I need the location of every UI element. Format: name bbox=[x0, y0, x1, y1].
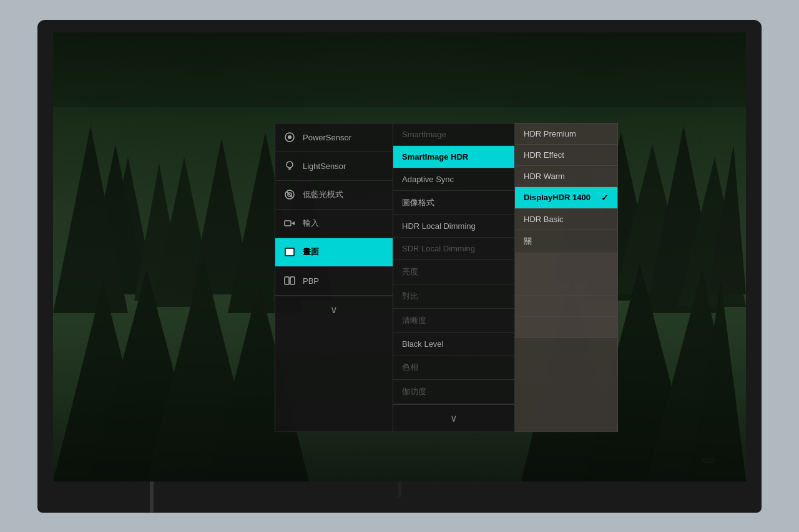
middle-smartimage-label: SmartImage bbox=[402, 130, 446, 139]
right-item-hdr-effect[interactable]: HDR Effect bbox=[515, 145, 617, 166]
svg-rect-26 bbox=[288, 168, 291, 170]
sidebar-item-picture[interactable]: 畫面 bbox=[275, 238, 393, 267]
right-item-empty2 bbox=[515, 274, 617, 296]
input-icon bbox=[283, 216, 297, 230]
right-hdr-effect-label: HDR Effect bbox=[524, 150, 564, 160]
middle-color-label: 色相 bbox=[402, 362, 418, 373]
monitor-feet-base bbox=[343, 497, 456, 506]
menu-middle-footer[interactable]: ∨ bbox=[393, 404, 514, 432]
middle-adaptive-sync-label: Adaptive Sync bbox=[402, 175, 454, 184]
svg-point-24 bbox=[288, 135, 292, 139]
menu-right-panel: HDR Premium HDR Effect HDR Warm DisplayH… bbox=[515, 123, 618, 432]
middle-brightness-label: 亮度 bbox=[402, 266, 418, 278]
checkmark-icon: ✓ bbox=[601, 193, 609, 203]
right-item-empty3 bbox=[515, 296, 617, 317]
right-item-displayhdr-1400[interactable]: DisplayHDR 1400 ✓ bbox=[515, 187, 617, 209]
chevron-down-icon-left: ∨ bbox=[330, 304, 338, 316]
middle-item-smartimage[interactable]: SmartImage bbox=[393, 123, 514, 146]
monitor-body: PowerSensor LightSensor bbox=[37, 20, 762, 513]
sidebar-item-pbp[interactable]: PBP bbox=[275, 267, 393, 296]
middle-smartimage-hdr-label: SmartImage HDR bbox=[402, 152, 468, 162]
middle-item-hdr-local-dimming[interactable]: HDR Local Dimming bbox=[393, 215, 514, 238]
right-displayhdr-1400-label: DisplayHDR 1400 bbox=[524, 193, 591, 202]
sidebar-item-pbp-label: PBP bbox=[303, 276, 319, 286]
right-item-empty4 bbox=[515, 317, 617, 338]
svg-point-25 bbox=[287, 162, 293, 168]
menu-middle-panel: SmartImage SmartImage HDR Adaptive Sync … bbox=[393, 123, 515, 432]
middle-contrast-label: 對比 bbox=[402, 291, 418, 302]
right-hdr-premium-label: HDR Premium bbox=[524, 129, 576, 138]
menu-left-panel: PowerSensor LightSensor bbox=[275, 123, 393, 432]
middle-image-format-label: 圖像格式 bbox=[402, 197, 434, 208]
svg-rect-34 bbox=[290, 277, 295, 284]
middle-item-brightness[interactable]: 亮度 bbox=[393, 260, 514, 284]
right-item-hdr-warm[interactable]: HDR Warm bbox=[515, 166, 617, 187]
right-item-empty1 bbox=[515, 253, 617, 274]
sidebar-item-low-blue-label: 低藍光模式 bbox=[303, 189, 343, 200]
svg-marker-31 bbox=[292, 221, 295, 225]
middle-hdr-local-dimming-label: HDR Local Dimming bbox=[402, 221, 476, 231]
monitor-screen: PowerSensor LightSensor bbox=[53, 32, 746, 481]
sidebar-item-input-label: 輸入 bbox=[303, 218, 319, 229]
menu-left-footer[interactable]: ∨ bbox=[275, 296, 393, 323]
middle-black-level-label: Black Level bbox=[402, 339, 443, 349]
picture-icon bbox=[283, 245, 297, 259]
chevron-down-icon-middle: ∨ bbox=[450, 412, 458, 424]
sidebar-item-light-sensor-label: LightSensor bbox=[303, 162, 346, 171]
middle-gamma-label: 伽叻度 bbox=[402, 386, 426, 397]
svg-rect-32 bbox=[285, 248, 294, 256]
right-off-label: 關 bbox=[524, 236, 532, 247]
middle-item-contrast[interactable]: 對比 bbox=[393, 284, 514, 309]
middle-item-sharpness[interactable]: 清晰度 bbox=[393, 309, 514, 333]
middle-item-black-level[interactable]: Black Level bbox=[393, 333, 514, 355]
svg-rect-22 bbox=[53, 32, 746, 107]
middle-item-smartimage-hdr[interactable]: SmartImage HDR bbox=[393, 146, 514, 168]
svg-rect-33 bbox=[285, 277, 289, 284]
lightbulb-icon bbox=[283, 159, 297, 173]
middle-item-sdr-local-dimming[interactable]: SDR Local Dimming bbox=[393, 238, 514, 260]
right-item-off[interactable]: 關 bbox=[515, 230, 617, 253]
middle-item-image-format[interactable]: 圖像格式 bbox=[393, 191, 514, 215]
sidebar-item-power-sensor[interactable]: PowerSensor bbox=[275, 123, 393, 152]
low-blue-icon bbox=[283, 188, 297, 201]
sidebar-item-power-sensor-label: PowerSensor bbox=[303, 133, 351, 142]
right-item-hdr-premium[interactable]: HDR Premium bbox=[515, 123, 617, 145]
sidebar-item-picture-label: 畫面 bbox=[303, 246, 319, 258]
middle-item-adaptive-sync[interactable]: Adaptive Sync bbox=[393, 168, 514, 191]
right-item-hdr-basic[interactable]: HDR Basic bbox=[515, 209, 617, 230]
osd-container: PowerSensor LightSensor bbox=[275, 123, 618, 432]
right-hdr-basic-label: HDR Basic bbox=[524, 215, 564, 224]
eye-icon bbox=[283, 130, 297, 144]
middle-sharpness-label: 清晰度 bbox=[402, 315, 426, 326]
sidebar-item-low-blue[interactable]: 低藍光模式 bbox=[275, 181, 393, 210]
svg-rect-30 bbox=[285, 221, 291, 226]
middle-item-gamma[interactable]: 伽叻度 bbox=[393, 380, 514, 404]
sidebar-item-light-sensor[interactable]: LightSensor bbox=[275, 152, 393, 181]
right-hdr-warm-label: HDR Warm bbox=[524, 172, 565, 181]
middle-item-color[interactable]: 色相 bbox=[393, 355, 514, 380]
middle-sdr-local-dimming-label: SDR Local Dimming bbox=[402, 244, 475, 253]
sidebar-item-input[interactable]: 輸入 bbox=[275, 210, 393, 238]
monitor-stand bbox=[398, 481, 401, 497]
pbp-icon bbox=[283, 274, 297, 288]
